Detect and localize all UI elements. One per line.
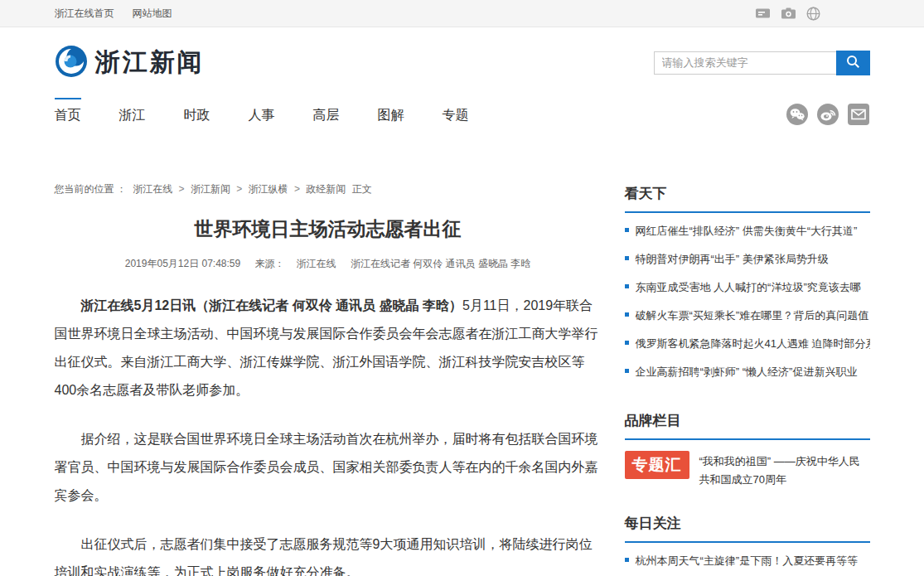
nav-item-top-level[interactable]: 高层 <box>313 98 340 133</box>
bullet-icon <box>625 284 629 288</box>
breadcrumb-current: 正文 <box>352 183 372 195</box>
news-link[interactable]: 企业高薪招聘“剥虾师” “懒人经济”促进新兴职业 <box>636 365 858 380</box>
news-link[interactable]: 网红店催生“排队经济” 供需失衡黄牛“大行其道” <box>636 224 858 239</box>
search-bar <box>654 51 870 75</box>
news-list-item[interactable]: 网红店催生“排队经济” 供需失衡黄牛“大行其道” <box>625 217 870 245</box>
search-button[interactable] <box>836 51 870 75</box>
sidebar: 看天下 网红店催生“排队经济” 供需失衡黄牛“大行其道” 特朗普对伊朗再“出手”… <box>625 169 870 576</box>
brand-feature-text[interactable]: “我和我的祖国” ——庆祝中华人民共和国成立70周年 <box>699 451 870 489</box>
article-source: 浙江在线 <box>297 258 336 269</box>
article-paragraph: 出征仪式后，志愿者们集中接受了志愿服务规范等9大项通用知识培训，将陆续进行岗位培… <box>55 530 602 576</box>
bullet-icon <box>625 341 629 345</box>
bullet-icon <box>625 256 629 260</box>
logo-swirl-icon <box>55 45 88 81</box>
news-list-item[interactable]: 破解火车票“买短乘长”难在哪里？背后的真问题值 <box>625 302 870 330</box>
search-input[interactable] <box>654 51 836 75</box>
topics-badge[interactable]: 专题汇 <box>625 451 689 479</box>
article-paragraph-text: 5月11日，2019年联合国世界环境日全球主场活动、中国环境与发展国际合作委员会… <box>55 298 598 397</box>
sidebar-section-daily: 每日关注 杭州本周天气“主旋律”是下雨！入夏还要再等等 “老大哥”坐不住了——萧… <box>625 502 870 576</box>
sidebar-section-title: 每日关注 <box>625 502 870 543</box>
article: 世界环境日主场活动志愿者出征 2019年05月12日 07:48:59 来源：浙… <box>55 216 602 576</box>
news-link[interactable]: 特朗普对伊朗再“出手” 美伊紧张局势升级 <box>636 252 829 267</box>
news-list-item[interactable]: 东南亚成受害地 人人喊打的“洋垃圾”究竟该去哪 <box>625 273 870 302</box>
sidebar-section-world: 看天下 网红店催生“排队经济” 供需失衡黄牛“大行其道” 特朗普对伊朗再“出手”… <box>625 169 870 386</box>
site-logo[interactable]: 浙江新闻 <box>55 45 205 81</box>
globe-icon[interactable] <box>806 7 820 21</box>
brand-feature[interactable]: 专题汇 “我和我的祖国” ——庆祝中华人民共和国成立70周年 <box>625 451 870 489</box>
weibo-icon[interactable] <box>816 103 839 129</box>
sidebar-section-title: 看天下 <box>625 169 870 213</box>
sidebar-section-title: 品牌栏目 <box>625 399 870 440</box>
article-meta: 2019年05月12日 07:48:59 来源：浙江在线 浙江在线记者 何双伶 … <box>55 257 602 271</box>
sitemap-link[interactable]: 网站地图 <box>133 7 172 21</box>
nav-item-personnel[interactable]: 人事 <box>249 98 275 133</box>
site-header: 浙江新闻 <box>0 27 924 98</box>
article-paragraph: 浙江在线5月12日讯（浙江在线记者 何双伶 通讯员 盛晓晶 李晗）5月11日，2… <box>55 292 602 404</box>
top-utility-bar: 浙江在线首页 网站地图 <box>0 0 924 27</box>
article-lead: 浙江在线5月12日讯（浙江在线记者 何双伶 通讯员 盛晓晶 李晗） <box>81 298 462 312</box>
bullet-icon <box>625 228 629 232</box>
nav-item-graphics[interactable]: 图解 <box>378 98 404 133</box>
main-nav: 首页 浙江 时政 人事 高层 图解 专题 <box>0 98 924 169</box>
news-list-item[interactable]: 俄罗斯客机紧急降落时起火41人遇难 迫降时部分系统 <box>625 330 870 358</box>
article-reporters: 浙江在线记者 何双伶 通讯员 盛晓晶 李晗 <box>351 258 530 269</box>
breadcrumb-separator: > <box>179 183 185 195</box>
breadcrumb-link[interactable]: 浙江在线 <box>133 183 172 195</box>
breadcrumb-separator: > <box>294 183 300 195</box>
article-date: 2019年05月12日 07:48:59 <box>125 258 240 269</box>
news-link[interactable]: 破解火车票“买短乘长”难在哪里？背后的真问题值 <box>636 308 869 323</box>
nav-item-zhejiang[interactable]: 浙江 <box>119 98 146 133</box>
breadcrumb-label: 您当前的位置 ： <box>55 183 127 195</box>
article-source-label: 来源： <box>255 258 285 269</box>
nav-item-politics[interactable]: 时政 <box>184 98 210 133</box>
article-title: 世界环境日主场活动志愿者出征 <box>55 216 602 242</box>
news-link[interactable]: 俄罗斯客机紧急降落时起火41人遇难 迫降时部分系统 <box>636 336 870 351</box>
news-list-item[interactable]: 企业高薪招聘“剥虾师” “懒人经济”促进新兴职业 <box>625 358 870 386</box>
news-link[interactable]: 杭州本周天气“主旋律”是下雨！入夏还要再等等 <box>636 554 859 569</box>
breadcrumb-separator: > <box>236 183 242 195</box>
bullet-icon <box>625 558 629 562</box>
bullet-icon <box>625 369 629 373</box>
nav-item-special[interactable]: 专题 <box>443 98 469 133</box>
sidebar-section-brand: 品牌栏目 专题汇 “我和我的祖国” ——庆祝中华人民共和国成立70周年 <box>625 399 870 489</box>
camera-icon[interactable] <box>781 7 796 20</box>
breadcrumb: 您当前的位置 ： 浙江在线 > 浙江新闻 > 浙江纵横 > 政经新闻 正文 <box>55 182 602 196</box>
logo-text: 浙江新闻 <box>95 46 205 80</box>
breadcrumb-link[interactable]: 浙江新闻 <box>191 183 230 195</box>
nav-item-home[interactable]: 首页 <box>55 98 81 133</box>
bullet-icon <box>625 312 629 317</box>
card-icon[interactable] <box>755 7 771 20</box>
home-link[interactable]: 浙江在线首页 <box>55 7 114 21</box>
news-link[interactable]: 东南亚成受害地 人人喊打的“洋垃圾”究竟该去哪 <box>636 280 861 295</box>
news-list-item[interactable]: 杭州本周天气“主旋律”是下雨！入夏还要再等等 <box>625 547 870 575</box>
article-paragraph: 据介绍，这是联合国世界环境日全球主场活动首次在杭州举办，届时将有包括联合国环境署… <box>55 425 602 510</box>
breadcrumb-link[interactable]: 政经新闻 <box>306 183 346 195</box>
search-icon <box>846 55 860 71</box>
news-list-item[interactable]: 特朗普对伊朗再“出手” 美伊紧张局势升级 <box>625 245 870 273</box>
breadcrumb-link[interactable]: 浙江纵横 <box>249 183 288 195</box>
mail-icon[interactable] <box>847 103 870 129</box>
wechat-icon[interactable] <box>786 103 809 129</box>
